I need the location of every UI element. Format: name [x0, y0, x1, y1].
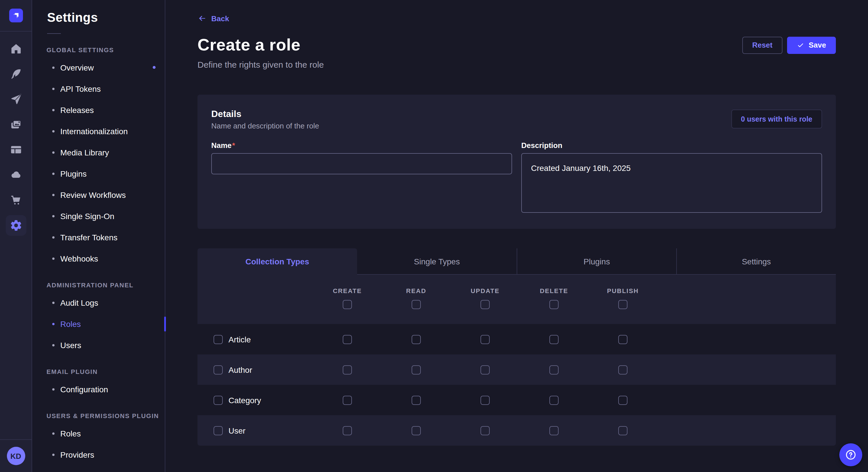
- select-all-publish-checkbox[interactable]: [618, 300, 627, 309]
- select-all-cell: [382, 300, 451, 309]
- category-delete-checkbox[interactable]: [549, 396, 559, 405]
- category-publish-checkbox[interactable]: [618, 396, 627, 405]
- cart-icon[interactable]: [5, 190, 26, 210]
- sidebar-item-releases[interactable]: Releases: [32, 99, 165, 121]
- sidebar-item-api-tokens[interactable]: API Tokens: [32, 78, 165, 99]
- permissions-section: Collection TypesSingle TypesPluginsSetti…: [197, 248, 836, 446]
- bullet-icon: [52, 453, 55, 456]
- select-all-update-checkbox[interactable]: [480, 300, 490, 309]
- back-arrow-icon: [197, 14, 207, 23]
- reset-button[interactable]: Reset: [742, 36, 782, 54]
- category-read-checkbox[interactable]: [412, 396, 421, 405]
- save-label: Save: [809, 41, 826, 49]
- article-select-checkbox[interactable]: [214, 335, 223, 344]
- permission-cell: [588, 426, 657, 435]
- author-publish-checkbox[interactable]: [618, 365, 627, 374]
- section-item-list: Audit Logs Roles Users: [32, 292, 165, 356]
- permission-cell: [451, 335, 520, 344]
- pictures-icon[interactable]: [5, 114, 26, 135]
- settings-subnav: Settings GLOBAL SETTINGS Overview API To…: [32, 0, 165, 472]
- sidebar-item-review-workflows[interactable]: Review Workflows: [32, 184, 165, 205]
- column-header-delete: DELETE: [520, 287, 588, 294]
- permission-row-user: User: [197, 415, 836, 446]
- category-create-checkbox[interactable]: [343, 396, 352, 405]
- rail-user-section: KD: [0, 439, 32, 472]
- description-textarea[interactable]: Created January 16th, 2025: [521, 153, 822, 213]
- section-item-list: Overview API Tokens Releases Internation…: [32, 57, 165, 269]
- main-content: Back Create a role Reset Save Define the…: [165, 0, 868, 472]
- select-all-create-checkbox[interactable]: [343, 300, 352, 309]
- tab-single-types[interactable]: Single Types: [357, 248, 517, 275]
- permission-cell: [451, 426, 520, 435]
- author-delete-checkbox[interactable]: [549, 365, 559, 374]
- users-with-role-button[interactable]: 0 users with this role: [731, 109, 822, 129]
- sidebar-item-label: Configuration: [60, 384, 108, 394]
- sidebar-item-webhooks[interactable]: Webhooks: [32, 248, 165, 269]
- tab-collection-types[interactable]: Collection Types: [197, 248, 357, 275]
- sidebar-item-roles[interactable]: Roles: [32, 423, 165, 444]
- author-select-checkbox[interactable]: [214, 365, 223, 374]
- save-button[interactable]: Save: [787, 36, 836, 54]
- subnav-section: ADMINISTRATION PANEL Audit Logs Roles Us…: [32, 281, 165, 356]
- article-read-checkbox[interactable]: [412, 335, 421, 344]
- name-input[interactable]: [211, 153, 512, 174]
- bullet-icon: [52, 88, 55, 90]
- author-create-checkbox[interactable]: [343, 365, 352, 374]
- sidebar-item-label: Media Library: [60, 148, 109, 157]
- home-icon[interactable]: [5, 38, 26, 59]
- user-delete-checkbox[interactable]: [549, 426, 559, 435]
- tab-plugins[interactable]: Plugins: [517, 248, 676, 275]
- sidebar-item-media-library[interactable]: Media Library: [32, 142, 165, 163]
- select-all-read-checkbox[interactable]: [412, 300, 421, 309]
- sidebar-item-configuration[interactable]: Configuration: [32, 378, 165, 400]
- sidebar-item-overview[interactable]: Overview: [32, 57, 165, 78]
- user-avatar[interactable]: KD: [7, 447, 25, 465]
- content-type-label: Author: [228, 365, 252, 374]
- tab-label: Single Types: [414, 257, 460, 266]
- permission-cell: [520, 426, 588, 435]
- sidebar-item-single-sign-on[interactable]: Single Sign-On: [32, 205, 165, 227]
- user-read-checkbox[interactable]: [412, 426, 421, 435]
- select-all-delete-checkbox[interactable]: [549, 300, 559, 309]
- user-create-checkbox[interactable]: [343, 426, 352, 435]
- paper-plane-icon[interactable]: [5, 89, 26, 109]
- help-button[interactable]: [839, 443, 862, 466]
- author-update-checkbox[interactable]: [480, 365, 490, 374]
- article-create-checkbox[interactable]: [343, 335, 352, 344]
- sidebar-item-label: Plugins: [60, 169, 87, 178]
- sidebar-item-providers[interactable]: Providers: [32, 444, 165, 465]
- cloud-icon[interactable]: [5, 165, 26, 185]
- sidebar-item-transfer-tokens[interactable]: Transfer Tokens: [32, 227, 165, 248]
- sidebar-item-label: Single Sign-On: [60, 211, 114, 221]
- permissions-tabs: Collection TypesSingle TypesPluginsSetti…: [197, 248, 836, 275]
- bullet-icon: [52, 109, 55, 111]
- author-read-checkbox[interactable]: [412, 365, 421, 374]
- sidebar-item-roles[interactable]: Roles: [32, 313, 165, 334]
- name-field-group: Name*: [211, 141, 512, 215]
- sidebar-item-plugins[interactable]: Plugins: [32, 163, 165, 184]
- user-publish-checkbox[interactable]: [618, 426, 627, 435]
- select-all-cell: [313, 300, 382, 309]
- user-update-checkbox[interactable]: [480, 426, 490, 435]
- bullet-icon: [52, 130, 55, 132]
- feather-icon[interactable]: [5, 64, 26, 84]
- article-publish-checkbox[interactable]: [618, 335, 627, 344]
- sidebar-item-internationalization[interactable]: Internationalization: [32, 121, 165, 142]
- article-delete-checkbox[interactable]: [549, 335, 559, 344]
- category-select-checkbox[interactable]: [214, 396, 223, 405]
- category-update-checkbox[interactable]: [480, 396, 490, 405]
- tab-settings[interactable]: Settings: [676, 248, 836, 275]
- sidebar-item-audit-logs[interactable]: Audit Logs: [32, 292, 165, 313]
- user-select-checkbox[interactable]: [214, 426, 223, 435]
- back-button[interactable]: Back: [197, 14, 229, 23]
- sidebar-item-label: Providers: [60, 450, 94, 459]
- sidebar-item-users[interactable]: Users: [32, 334, 165, 356]
- columns-row: CREATEREADUPDATEDELETEPUBLISH: [197, 287, 836, 294]
- article-update-checkbox[interactable]: [480, 335, 490, 344]
- layout-icon[interactable]: [5, 139, 26, 160]
- bullet-icon: [52, 388, 55, 390]
- title-divider: [47, 33, 61, 34]
- gear-icon[interactable]: [5, 215, 26, 236]
- permission-row-category: Category: [197, 385, 836, 415]
- row-label-cell: Article: [197, 335, 313, 344]
